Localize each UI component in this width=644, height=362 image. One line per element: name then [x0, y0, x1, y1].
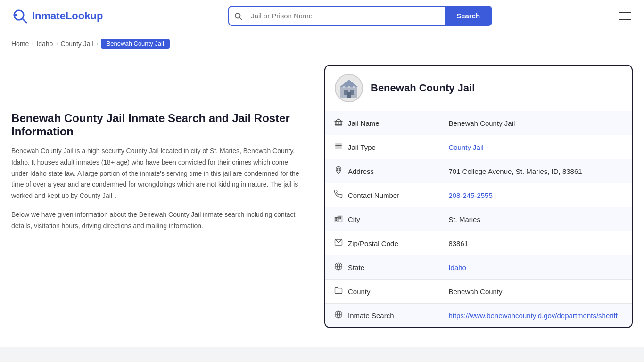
svg-line-1 [22, 18, 26, 23]
table-row: Zip/Postal Code83861 [325, 231, 632, 255]
svg-rect-27 [339, 217, 339, 218]
svg-rect-28 [340, 217, 341, 218]
breadcrumb-home[interactable]: Home [11, 40, 29, 48]
row-label: Inmate Search [348, 312, 394, 320]
svg-rect-30 [340, 218, 341, 219]
left-panel: Benewah County Jail Inmate Search and Ja… [11, 65, 313, 328]
breadcrumb-current: Benewah County Jail [101, 39, 170, 49]
page-desc-2: Below we have given information about th… [11, 209, 304, 232]
search-icon [234, 12, 242, 20]
menu-line-2 [619, 16, 631, 16]
row-icon [334, 190, 343, 200]
page-title: Benewah County Jail Inmate Search and Ja… [11, 112, 304, 138]
row-link[interactable]: County Jail [448, 143, 483, 151]
row-link[interactable]: Idaho [448, 263, 466, 272]
svg-rect-26 [336, 220, 337, 221]
row-link[interactable]: 208-245-2555 [448, 191, 492, 199]
svg-rect-11 [348, 86, 350, 88]
row-link[interactable]: https://www.benewahcountyid.gov/departme… [448, 312, 617, 320]
breadcrumb-category[interactable]: County Jail [60, 40, 93, 48]
row-label: Zip/Postal Code [348, 239, 398, 247]
table-row: Contact Number208-245-2555 [325, 183, 632, 207]
row-label: Jail Type [348, 143, 376, 151]
svg-point-22 [337, 168, 340, 171]
jail-avatar [335, 74, 363, 102]
header: InmateLookup Search [0, 0, 644, 32]
row-label: Address [348, 167, 374, 175]
row-label: Jail Name [348, 119, 380, 127]
search-bar: Search [228, 6, 492, 26]
svg-point-2 [15, 14, 17, 16]
row-value: 701 College Avenue, St. Maries, ID, 8386… [440, 159, 632, 183]
breadcrumb-chevron-3: › [96, 41, 98, 47]
svg-rect-10 [343, 86, 345, 88]
row-label: City [348, 215, 360, 223]
row-value: Benewah County Jail [440, 111, 632, 135]
row-value: 83861 [440, 231, 632, 255]
svg-rect-9 [347, 92, 351, 98]
svg-rect-25 [336, 218, 337, 219]
breadcrumb-state[interactable]: Idaho [36, 40, 53, 48]
search-button[interactable]: Search [445, 7, 491, 25]
row-icon [334, 310, 343, 321]
search-bar-icon [229, 12, 247, 20]
svg-line-4 [240, 17, 242, 19]
row-icon [334, 142, 343, 152]
table-row: CountyBenewah County [325, 280, 632, 304]
svg-rect-14 [336, 122, 337, 124]
svg-rect-29 [339, 218, 339, 219]
table-row: Jail TypeCounty Jail [325, 135, 632, 159]
svg-rect-12 [353, 86, 355, 88]
info-table: Jail NameBenewah County JailJail TypeCou… [325, 111, 632, 327]
logo[interactable]: InmateLookup [11, 8, 103, 25]
row-value: Benewah County [440, 280, 632, 304]
table-row: Inmate Searchhttps://www.benewahcountyid… [325, 304, 632, 328]
main-content: Benewah County Jail Inmate Search and Ja… [0, 55, 644, 337]
right-panel: Benewah County Jail Jail NameBenewah Cou… [324, 65, 633, 328]
logo-text: InmateLookup [32, 10, 103, 22]
row-icon [334, 118, 343, 128]
row-label: County [348, 288, 371, 296]
svg-marker-6 [339, 80, 358, 87]
row-value[interactable]: County Jail [440, 135, 632, 159]
footer-bar [0, 347, 644, 362]
menu-line-3 [619, 19, 631, 20]
svg-marker-17 [335, 119, 342, 121]
menu-button[interactable] [618, 10, 633, 22]
row-value: St. Maries [440, 207, 632, 231]
table-row: Address701 College Avenue, St. Maries, I… [325, 159, 632, 183]
table-row: CitySt. Maries [325, 207, 632, 231]
logo-icon [11, 8, 28, 25]
search-input[interactable] [247, 7, 445, 25]
breadcrumb-chevron-2: › [56, 41, 58, 47]
row-value[interactable]: https://www.benewahcountyid.gov/departme… [440, 304, 632, 328]
row-icon [334, 214, 343, 224]
table-row: StateIdaho [325, 255, 632, 280]
breadcrumb: Home › Idaho › County Jail › Benewah Cou… [0, 32, 644, 55]
row-value[interactable]: 208-245-2555 [440, 183, 632, 207]
jail-card-name: Benewah County Jail [371, 82, 475, 94]
row-icon [334, 262, 343, 272]
row-label: State [348, 263, 364, 272]
row-value[interactable]: Idaho [440, 255, 632, 280]
svg-rect-15 [338, 122, 339, 124]
row-icon [334, 286, 343, 296]
svg-rect-16 [340, 122, 341, 124]
row-icon [334, 166, 343, 176]
row-icon [334, 238, 343, 248]
menu-line-1 [619, 12, 631, 13]
table-row: Jail NameBenewah County Jail [325, 111, 632, 135]
page-desc-1: Benewah County Jail is a high security C… [11, 146, 304, 202]
row-label: Contact Number [348, 191, 399, 199]
jail-card-header: Benewah County Jail [325, 66, 632, 111]
breadcrumb-chevron-1: › [32, 41, 33, 47]
jail-building-icon [339, 78, 359, 99]
